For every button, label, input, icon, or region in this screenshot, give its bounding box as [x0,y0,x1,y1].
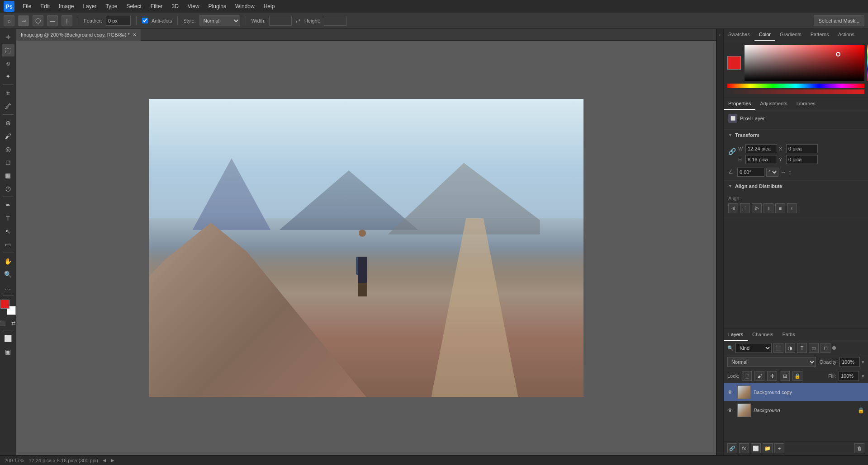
menu-type[interactable]: Type [102,2,121,10]
marquee-col-btn[interactable]: | [62,15,72,26]
alpha-slider[interactable] [727,89,864,94]
align-left-btn[interactable]: ⫷ [728,203,738,213]
align-header[interactable]: ▼ Align and Distribute [724,181,868,192]
lock-transparent-btn[interactable]: ⬚ [742,371,752,381]
eraser-tool[interactable]: ◻ [2,156,14,169]
path-select-tool[interactable]: ↖ [2,225,14,238]
zoom-tool[interactable]: 🔍 [2,268,14,281]
menu-plugins[interactable]: Plugins [205,2,230,10]
quick-mask-btn[interactable]: ⬜ [2,332,14,345]
flip-h-icon[interactable]: ↔ [780,169,787,176]
lock-proportions-btn[interactable]: 🔗 [728,148,735,155]
height-input[interactable] [745,155,777,164]
new-group-btn[interactable]: 📁 [763,443,773,453]
layer-visibility-bg-copy[interactable]: 👁 [727,389,735,396]
marquee-tool[interactable]: ⬚ [2,44,14,56]
menu-select[interactable]: Select [123,2,145,10]
align-center-h-btn[interactable]: ⋮ [740,203,750,213]
flip-v-icon[interactable]: ↕ [788,169,792,176]
spot-heal-tool[interactable]: ⊕ [2,117,14,129]
lasso-tool[interactable]: ⌾ [2,57,14,70]
anti-alias-checkbox[interactable] [142,18,148,23]
menu-3d[interactable]: 3D [168,2,182,10]
canvas-scroll[interactable] [16,41,716,455]
layer-visibility-bg[interactable]: 👁 [727,407,735,414]
brush-tool[interactable]: 🖌 [2,130,14,142]
add-mask-btn[interactable]: ⬜ [751,443,761,453]
opacity-dropdown-icon[interactable]: ▾ [862,359,864,365]
shape-tool[interactable]: ▭ [2,238,14,251]
tab-layers[interactable]: Layers [724,329,748,341]
delete-layer-btn[interactable]: 🗑 [854,443,864,453]
transform-header[interactable]: ▼ Transform [724,130,868,141]
status-right-arrow[interactable]: ▶ [111,458,114,463]
menu-image[interactable]: Image [55,2,77,10]
more-tools-btn[interactable]: … [2,281,14,294]
tab-properties[interactable]: Properties [724,98,755,110]
align-right-btn[interactable]: ⫸ [752,203,762,213]
fill-dropdown-icon[interactable]: ▾ [862,373,864,379]
align-top-btn[interactable]: ⫴ [764,203,773,213]
clone-tool[interactable]: ◎ [2,143,14,155]
menu-help[interactable]: Help [260,2,279,10]
menu-filter[interactable]: Filter [147,2,166,10]
lock-pixels-btn[interactable]: 🖌 [754,371,764,381]
add-effect-btn[interactable]: fx [739,443,749,453]
menu-edit[interactable]: Edit [37,2,53,10]
home-btn[interactable]: ⌂ [4,15,14,26]
panel-collapse-btn[interactable]: ‹ [716,29,723,455]
menu-window[interactable]: Window [232,2,258,10]
tab-actions[interactable]: Actions [834,29,859,41]
feather-input[interactable] [106,16,131,26]
filter-type-btn[interactable]: T [797,343,807,353]
hue-slider[interactable] [727,84,864,88]
dodge-tool[interactable]: ◷ [2,182,14,195]
style-select[interactable]: Normal Fixed Ratio Fixed Size [199,15,240,26]
filter-pixel-btn[interactable]: ⬛ [773,343,783,353]
default-colors-btn[interactable]: ⬛ [0,318,8,328]
foreground-color-preview[interactable] [727,56,741,70]
tab-close-btn[interactable]: ✕ [133,32,136,37]
tab-adjustments[interactable]: Adjustments [755,98,792,110]
tab-channels[interactable]: Channels [748,329,778,341]
filter-shape-btn[interactable]: ▭ [809,343,819,353]
menu-file[interactable]: File [19,2,35,10]
hand-tool[interactable]: ✋ [2,255,14,268]
lock-all-btn[interactable]: 🔒 [792,371,802,381]
screen-mode-btn[interactable]: ▣ [2,345,14,358]
link-layers-btn[interactable]: 🔗 [727,443,737,453]
new-layer-btn[interactable]: + [774,443,784,453]
opacity-input[interactable] [840,357,860,367]
marquee-rect-btn[interactable]: ▭ [18,15,29,26]
color-picker-dot[interactable] [836,52,840,56]
move-tool[interactable]: ✛ [2,31,14,43]
lock-position-btn[interactable]: ✛ [767,371,777,381]
angle-select[interactable]: ° [766,168,778,177]
swap-icon[interactable]: ⇄ [295,17,301,24]
crop-tool[interactable]: ⌗ [2,87,14,99]
type-tool[interactable]: T [2,212,14,225]
filter-toggle-dot[interactable] [832,346,836,350]
align-center-v-btn[interactable]: ≡ [775,203,785,213]
angle-input[interactable] [737,168,764,177]
width-input[interactable] [745,144,777,153]
tab-gradients[interactable]: Gradients [775,29,806,41]
eyedropper-tool[interactable]: 🖉 [2,100,14,113]
status-left-arrow[interactable]: ◀ [103,458,106,463]
tab-libraries[interactable]: Libraries [792,98,820,110]
document-tab[interactable]: Image.jpg @ 200% (Background copy, RGB/8… [16,29,141,41]
filter-smart-btn[interactable]: ◻ [821,343,830,353]
menu-view[interactable]: View [184,2,203,10]
pen-tool[interactable]: ✒ [2,199,14,211]
tab-color[interactable]: Color [754,29,775,41]
gradient-tool[interactable]: ▦ [2,169,14,182]
marquee-row-btn[interactable]: — [47,15,58,26]
menu-layer[interactable]: Layer [79,2,100,10]
tab-swatches[interactable]: Swatches [724,29,754,41]
tab-paths[interactable]: Paths [778,329,800,341]
fill-input[interactable] [839,371,859,381]
color-gradient-picker[interactable] [745,45,864,81]
select-mask-btn[interactable]: Select and Mask... [814,15,865,26]
magic-wand-tool[interactable]: ✦ [2,70,14,83]
filter-adjust-btn[interactable]: ◑ [785,343,795,353]
